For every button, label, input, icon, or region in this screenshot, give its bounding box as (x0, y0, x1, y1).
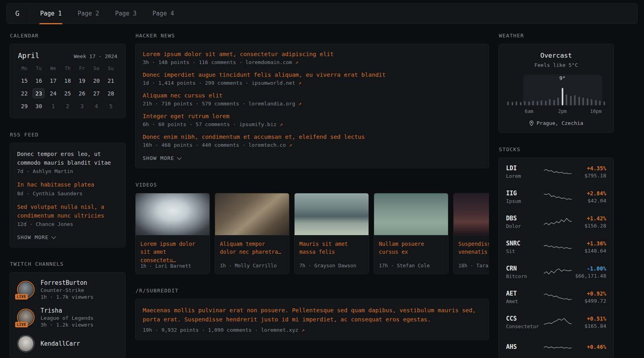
stock-price: $795.18 (584, 173, 606, 179)
calendar-day: 5 (104, 101, 118, 111)
calendar-day: 2 (60, 101, 75, 111)
calendar-weekday: We (46, 66, 60, 71)
stock-change: +2.84% (587, 190, 606, 197)
calendar-day-today: 23 (33, 88, 45, 98)
video-body: Aliquam tempor dolor nec pharetra…1h · M… (215, 235, 289, 274)
weather-bar (537, 101, 538, 105)
subreddit-card: Maecenas mollis pulvinar erat non posuer… (135, 299, 489, 340)
weather-bar (553, 100, 555, 105)
video-card[interactable]: Lorem ipsum dolor sit amet consectetu…1h… (135, 193, 210, 274)
video-title: Suspendisse venenatis diam (458, 240, 489, 256)
twitch-channel-category: League of Legends (41, 315, 93, 321)
calendar-weekday: Mo (17, 66, 31, 71)
calendar-day: 28 (104, 88, 118, 98)
weather-time-label: 6am (525, 109, 533, 114)
hackernews-show-more-button[interactable]: SHOW MORE (143, 155, 481, 161)
weather-bar (528, 101, 530, 105)
video-meta: 18h · Tara (458, 263, 489, 268)
avatar: LIVE (17, 281, 35, 298)
calendar-weekday: Su (104, 66, 118, 71)
video-title: Nullam posuere cursus ex (379, 240, 443, 256)
video-title: Mauris sit amet massa felis (299, 240, 364, 256)
calendar-day: 24 (46, 88, 60, 98)
video-card[interactable]: Nullam posuere cursus ex17h · Stefan Col… (374, 193, 448, 274)
weather-bar (566, 94, 567, 105)
weather-section-title: WEATHER (499, 33, 614, 39)
twitch-channel[interactable]: KendallCarr (17, 335, 118, 352)
rss-show-more-button[interactable]: SHOW MORE (17, 234, 118, 240)
stock-row: LDILorem+4.35%$795.18 (506, 165, 606, 179)
tab-page-2[interactable]: Page 2 (78, 3, 99, 24)
video-card[interactable]: Mauris sit amet massa felis7h · Grayson … (294, 193, 369, 274)
stocks-section-title: STOCKS (499, 146, 614, 152)
glance-dashboard: G Page 1Page 2Page 3Page 4 CALENDAR Apri… (0, 3, 644, 358)
weather-time-axis: 6am2pm10pm (506, 109, 606, 115)
stock-name: Lorem (506, 173, 543, 179)
calendar-day: 4 (89, 101, 103, 111)
video-meta: 1h · Lori Barnett (140, 263, 205, 268)
hn-item-meta: 6h · 60 points · 57 comments · ipsumify.… (143, 121, 481, 127)
stock-change: +1.42% (584, 215, 606, 222)
external-link-icon: ↗ (298, 101, 301, 107)
video-card[interactable]: Aliquam tempor dolor nec pharetra…1h · M… (215, 193, 289, 274)
stock-sparkline (543, 215, 572, 228)
stock-sparkline-wrap (543, 165, 572, 179)
stock-values: -1.00%$66,171.48 (575, 265, 606, 279)
stock-values: +4.35%$795.18 (584, 165, 606, 179)
rss-item-title[interactable]: In hac habitasse platea (17, 181, 118, 189)
video-title: Lorem ipsum dolor sit amet consectetu… (140, 240, 205, 263)
rss-section-title: RSS FEED (10, 132, 126, 138)
weather-bar (587, 98, 588, 105)
weather-location: Prague, Czechia (506, 120, 606, 126)
twitch-channel[interactable]: LIVETrishaLeague of Legends3h · 1.2k vie… (17, 307, 118, 328)
external-link-icon: ↗ (301, 327, 305, 333)
stock-name: Sit (506, 248, 543, 254)
hn-item-title[interactable]: Aliquam nec cursus elit (143, 92, 481, 99)
subreddit-section-title: /R/SUBREDDIT (136, 288, 489, 294)
calendar-day: 3 (75, 101, 89, 111)
calendar-weekday: Tu (31, 66, 46, 71)
calendar-day: 20 (89, 76, 103, 86)
stock-row: CRNBitcorn-1.00%$66,171.48 (506, 265, 606, 279)
tab-page-1[interactable]: Page 1 (40, 3, 62, 24)
video-thumbnail (215, 193, 289, 235)
weather-bar (578, 97, 580, 105)
stock-price: $165.84 (584, 323, 606, 329)
rss-item-title[interactable]: Sed volutpat nulla nisl, a condimentum n… (17, 203, 118, 220)
hn-item-title[interactable]: Integer eget rutrum lorem (143, 113, 481, 119)
tab-page-3[interactable]: Page 3 (115, 3, 136, 24)
stock-sparkline-wrap (543, 340, 572, 354)
twitch-section-title: TWITCH CHANNELS (10, 261, 126, 267)
weather-bar (603, 101, 605, 105)
calendar-day: 17 (46, 76, 60, 86)
stock-sparkline-wrap (543, 240, 572, 254)
rss-widget: RSS FEED Donec tempor eros leo, ut commo… (10, 132, 126, 247)
hn-item-meta: 21h · 710 points · 579 comments · loreml… (143, 101, 481, 107)
weather-bar (545, 101, 547, 105)
calendar-day: 27 (89, 88, 103, 98)
sub-item-title[interactable]: Maecenas mollis pulvinar erat non posuer… (143, 306, 481, 325)
video-thumbnail (454, 193, 489, 235)
twitch-channel[interactable]: LIVEForrestBurtonCounter-Strike1h · 1.7k… (17, 279, 118, 300)
stock-price: $148.64 (584, 248, 606, 254)
weather-widget: WEATHER Overcast Feels like 5°C 9° 6am2p… (499, 33, 614, 133)
video-card[interactable]: Suspendisse venenatis diam18h · Tara (453, 193, 489, 274)
hn-item-title[interactable]: Donec enim nibh, condimentum et accumsan… (143, 134, 481, 140)
stock-row: IIGIpsum+2.84%$42.04 (506, 190, 606, 204)
stock-sparkline-wrap (543, 315, 572, 329)
hn-item-title[interactable]: Lorem ipsum dolor sit amet, consectetur … (143, 51, 481, 57)
tab-page-4[interactable]: Page 4 (153, 3, 174, 24)
chevron-down-icon (52, 234, 56, 239)
weather-feels-like: Feels like 5°C (506, 62, 606, 68)
stock-identity: AHS (506, 343, 543, 352)
calendar-day: 15 (17, 76, 31, 86)
logo[interactable]: G (7, 4, 28, 23)
stock-change: +0.51% (584, 315, 606, 322)
middle-column: HACKER NEWS Lorem ipsum dolor sit amet, … (135, 33, 489, 340)
rss-item-title[interactable]: Donec tempor eros leo, ut commodo mauris… (17, 150, 118, 167)
hn-item-title[interactable]: Donec imperdiet augue tincidunt felis al… (143, 72, 481, 78)
calendar-card: April Week 17 · 2024 MoTuWeThFrSaSu 1516… (10, 44, 126, 118)
video-meta: 7h · Grayson Dawson (299, 263, 364, 268)
videos-row: Lorem ipsum dolor sit amet consectetu…1h… (135, 193, 489, 274)
stock-values: +0.46% (587, 344, 606, 351)
